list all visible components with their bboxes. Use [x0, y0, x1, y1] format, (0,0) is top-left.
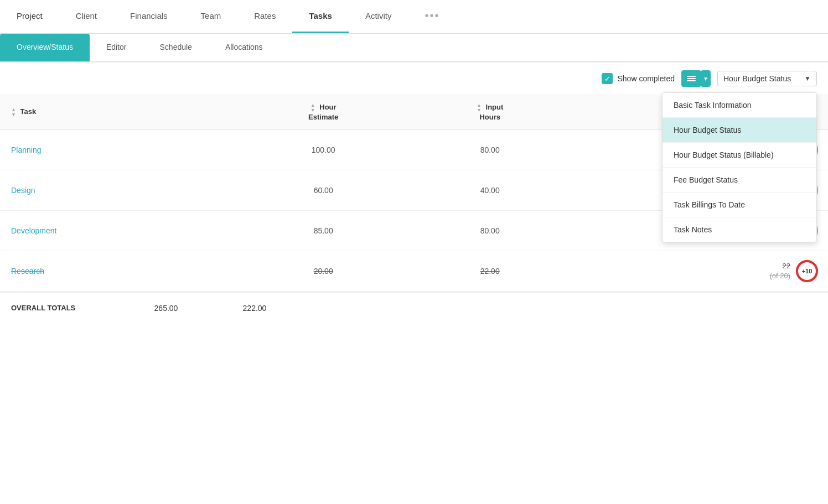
subnav-allocations[interactable]: Allocations: [209, 34, 280, 61]
overall-totals-row: OVERALL TOTALS 265.00 222.00: [0, 292, 828, 324]
hour-estimate-cell: 60.00: [237, 170, 410, 211]
col-input-hours[interactable]: ▲▼ InputHours: [410, 95, 570, 129]
task-name-cell[interactable]: Design: [0, 170, 237, 211]
totals-input-hours: 222.00: [210, 304, 299, 313]
circle-label: +10: [802, 268, 813, 274]
top-nav: Project Client Financials Team Rates Tas…: [0, 0, 828, 34]
subnav-editor[interactable]: Editor: [90, 34, 143, 61]
col-input-hours-label: InputHours: [479, 103, 503, 121]
tab-tasks[interactable]: Tasks: [292, 0, 348, 33]
percent-text: 22(of 20): [769, 261, 790, 281]
list-icon: [687, 76, 696, 81]
view-toggle-button[interactable]: [681, 70, 701, 87]
sub-nav: Overview/Status Editor Schedule Allocati…: [0, 34, 828, 62]
subnav-overview[interactable]: Overview/Status: [0, 34, 90, 61]
input-hours-cell: 22.00: [410, 251, 570, 292]
totals-hour-estimate: 265.00: [122, 304, 210, 313]
toolbar: ✓ Show completed ▼ Hour Budget Status ▼ …: [0, 63, 828, 95]
task-name-cell[interactable]: Development: [0, 211, 237, 251]
dropdown-caret-icon: ▼: [804, 75, 811, 82]
column-view-dropdown[interactable]: Hour Budget Status ▼: [717, 71, 817, 86]
tab-client[interactable]: Client: [59, 0, 113, 33]
tab-financials[interactable]: Financials: [113, 0, 184, 33]
hour-estimate-cell: 85.00: [237, 211, 410, 251]
dropdown-menu: Basic Task Information Hour Budget Statu…: [662, 92, 817, 242]
show-completed-label[interactable]: ✓ Show completed: [602, 73, 675, 84]
dropdown-item-hour-budget[interactable]: Hour Budget Status: [663, 118, 816, 143]
subnav-schedule[interactable]: Schedule: [143, 34, 209, 61]
dropdown-item-fee-budget[interactable]: Fee Budget Status: [663, 168, 816, 193]
percent-complete-cell: 22(of 20) +10: [570, 251, 828, 292]
hour-estimate-cell: 100.00: [237, 129, 410, 170]
tab-rates[interactable]: Rates: [237, 0, 292, 33]
col-hour-estimate[interactable]: ▲▼ HourEstimate: [237, 95, 410, 129]
col-task[interactable]: ▲▼ Task: [0, 95, 237, 129]
input-hours-cell: 80.00: [410, 129, 570, 170]
totals-label: OVERALL TOTALS: [11, 304, 122, 313]
tab-more[interactable]: •••: [408, 0, 456, 33]
view-toggle-caret-button[interactable]: ▼: [701, 70, 711, 87]
task-name-cell[interactable]: Planning: [0, 129, 237, 170]
hour-estimate-sort-icon[interactable]: ▲▼: [310, 103, 315, 113]
input-hours-sort-icon[interactable]: ▲▼: [477, 103, 482, 113]
caret-down-icon: ▼: [703, 76, 708, 82]
tab-team[interactable]: Team: [184, 0, 238, 33]
tab-project[interactable]: Project: [0, 0, 59, 33]
table-row: Research20.0022.0022(of 20) +10: [0, 251, 828, 292]
input-hours-cell: 80.00: [410, 211, 570, 251]
dropdown-item-task-billings[interactable]: Task Billings To Date: [663, 193, 816, 217]
show-completed-checkbox[interactable]: ✓: [602, 73, 613, 84]
dropdown-selected-label: Hour Budget Status: [723, 74, 791, 83]
tab-activity[interactable]: Activity: [349, 0, 408, 33]
input-hours-cell: 40.00: [410, 170, 570, 211]
task-sort-icon[interactable]: ▲▼: [11, 107, 16, 117]
col-task-label: Task: [20, 107, 37, 116]
dropdown-item-hour-budget-billable[interactable]: Hour Budget Status (Billable): [663, 143, 816, 168]
circle-progress: +10: [795, 259, 819, 283]
dropdown-item-task-notes[interactable]: Task Notes: [663, 217, 816, 242]
task-name-cell[interactable]: Research: [0, 251, 237, 292]
show-completed-text: Show completed: [617, 74, 675, 83]
hour-estimate-cell: 20.00: [237, 251, 410, 292]
dropdown-item-basic[interactable]: Basic Task Information: [663, 93, 816, 118]
